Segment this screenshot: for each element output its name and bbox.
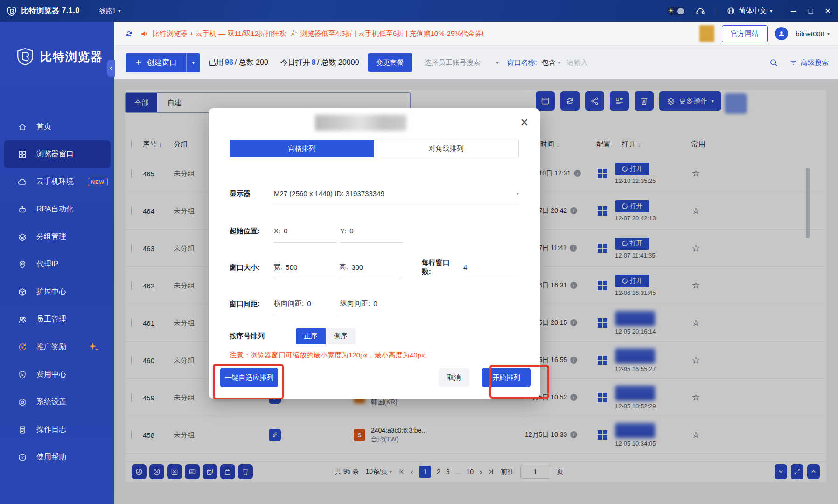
order-toggle: 正序 倒序: [296, 328, 356, 344]
globe-icon: [726, 7, 735, 15]
cube-icon: [18, 287, 27, 297]
sidebar-item-label: 员工管理: [36, 315, 66, 324]
sparkles-icon: [88, 341, 100, 353]
cloud-icon: [18, 177, 27, 187]
start-arrange-button[interactable]: 开始排列: [482, 368, 531, 387]
arrange-windows-dialog: ✕ 宫格排列 对角线排列 显示器 M27 (2560 x 1440) ID: 3…: [209, 108, 540, 399]
display-row: 显示器 M27 (2560 x 1440) ID: 3193733349▾: [230, 182, 519, 205]
window-name-input[interactable]: 请输入: [567, 58, 588, 67]
x-input[interactable]: X:0: [274, 219, 337, 243]
sidebar-item-label: 首页: [36, 122, 51, 132]
sidebar-item-6[interactable]: 代理IP: [0, 251, 114, 278]
auto-fit-arrange-button[interactable]: 一键自适应排列: [220, 368, 278, 387]
tab-grid-arrange[interactable]: 宫格排列: [230, 140, 374, 157]
sidebar-item-7[interactable]: 扩展中心: [0, 278, 114, 306]
window-size-label: 窗口大小:: [230, 263, 273, 272]
order-label: 按序号排列: [230, 332, 296, 341]
announcement-text[interactable]: 比特浏览器 + 云手机 — 双11/双12折扣狂欢 浏览器低至4.5折 | 云手…: [153, 29, 484, 38]
sun-icon: ☀: [668, 7, 674, 15]
firecracker-icon: [289, 29, 298, 38]
filter-icon: [789, 59, 797, 67]
sidebar-item-3[interactable]: 云手机环境NEW: [0, 168, 114, 196]
close-dialog-button[interactable]: ✕: [520, 117, 529, 129]
robot-icon: [18, 205, 27, 214]
sidebar-item-label: 云手机环境: [36, 177, 74, 187]
order-asc-button[interactable]: 正序: [296, 328, 326, 344]
sidebar-item-5[interactable]: 分组管理: [0, 223, 114, 251]
official-website-button[interactable]: 官方网站: [722, 25, 768, 42]
close-window-button[interactable]: ×: [825, 6, 831, 16]
refresh-icon[interactable]: [125, 29, 133, 38]
window-gap-row: 窗口间距: 横向间距:0 纵向间距:0: [230, 292, 519, 315]
chevron-down-icon: ▾: [770, 8, 772, 14]
modal-title-redacted: [315, 115, 406, 131]
arrange-mode-tabs: 宫格排列 对角线排列: [230, 140, 519, 157]
employee-search-select[interactable]: 选择员工账号搜索▾: [421, 58, 499, 67]
sidebar-item-4[interactable]: RPA自动化: [0, 196, 114, 223]
today-open-count: 8: [310, 58, 317, 66]
svg-text:¥: ¥: [21, 372, 24, 377]
display-label: 显示器: [230, 189, 274, 198]
sidebar-item-label: 使用帮助: [36, 452, 66, 462]
avatar[interactable]: [775, 27, 788, 40]
sidebar-item-label: 推广奖励: [36, 342, 66, 352]
sidebar-item-10[interactable]: ¥费用中心: [0, 361, 114, 388]
contains-select[interactable]: 包含▾: [542, 58, 560, 67]
support-headset-icon[interactable]: [695, 6, 705, 16]
chevron-down-icon: ▾: [827, 31, 830, 36]
plus-icon: [135, 59, 142, 66]
cancel-button[interactable]: 取消: [439, 368, 469, 387]
width-input[interactable]: 宽:500: [273, 256, 336, 279]
advanced-search-button[interactable]: 高级搜索: [789, 58, 829, 67]
tab-diagonal-arrange[interactable]: 对角线排列: [374, 140, 519, 157]
theme-toggle[interactable]: ☀: [667, 7, 685, 15]
account-menu[interactable]: bitnet008▾: [796, 30, 830, 38]
sidebar-item-11[interactable]: 系统设置: [0, 388, 114, 416]
chevron-left-icon: [109, 66, 113, 70]
height-input[interactable]: 高:300: [339, 256, 402, 279]
start-position-row: 起始位置: X:0 Y:0: [230, 219, 519, 243]
people-icon: [18, 315, 27, 324]
sidebar-item-2[interactable]: 浏览器窗口: [4, 140, 111, 168]
sidebar-item-label: 分组管理: [36, 232, 66, 242]
sidebar-item-12[interactable]: 操作日志: [0, 416, 114, 443]
order-desc-button[interactable]: 倒序: [326, 328, 356, 344]
gear-icon: [18, 398, 27, 407]
user-icon: [777, 29, 786, 38]
maximize-button[interactable]: □: [809, 7, 813, 15]
layers-icon: [18, 232, 27, 242]
v-gap-input[interactable]: 纵向间距:0: [340, 292, 403, 315]
sidebar-item-9[interactable]: ¥推广奖励: [0, 333, 114, 361]
app-window: { "titlebar": { "app_title": "比特浏览器 7.1.…: [0, 0, 838, 504]
sidebar-item-label: 操作日志: [36, 425, 66, 434]
chevron-down-icon: ▾: [118, 8, 120, 14]
log-icon: [18, 425, 27, 434]
redacted-icon: [699, 25, 714, 42]
create-window-button[interactable]: 创建窗口 ▾: [126, 53, 200, 72]
y-input[interactable]: Y:0: [340, 219, 403, 243]
change-plan-button[interactable]: 变更套餐: [368, 53, 412, 72]
sidebar-item-13[interactable]: ?使用帮助: [0, 443, 114, 471]
h-gap-input[interactable]: 横向间距:0: [274, 292, 337, 315]
display-select[interactable]: M27 (2560 x 1440) ID: 3193733349▾: [274, 182, 519, 205]
new-badge: NEW: [88, 178, 108, 186]
dialog-footer: 一键自适应排列 取消 开始排列: [209, 368, 540, 387]
start-position-label: 起始位置:: [230, 227, 274, 236]
minimize-button[interactable]: ─: [791, 7, 796, 15]
per-row-input[interactable]: 4: [463, 256, 519, 279]
app-logo-icon: [7, 6, 17, 16]
line-selector[interactable]: 线路1▾: [99, 7, 121, 15]
promo-icon: ¥: [18, 343, 27, 352]
create-window-dropdown[interactable]: ▾: [186, 53, 200, 72]
search-icon[interactable]: [769, 58, 778, 67]
window-size-row: 窗口大小: 宽:500 高:300 每行窗口数: 4: [230, 256, 519, 279]
sidebar-item-label: 费用中心: [36, 370, 66, 379]
sidebar-collapse-handle[interactable]: [107, 60, 115, 77]
titlebar: 比特浏览器 7.1.0 线路1▾ ☀ 简体中文▾ ─ □ ×: [0, 0, 838, 22]
size-note: 注意：浏览器窗口可缩放的最小宽度为120px，最小高度为40px。: [230, 351, 432, 360]
sidebar-item-1[interactable]: 首页: [0, 113, 114, 140]
window-toolbar: 创建窗口 ▾ 已用96/ 总数 200 今日打开8/ 总数 20000 变更套餐…: [114, 46, 838, 79]
language-selector[interactable]: 简体中文▾: [726, 7, 772, 15]
brand-shield-icon: [16, 46, 35, 67]
sidebar-item-8[interactable]: 员工管理: [0, 306, 114, 333]
